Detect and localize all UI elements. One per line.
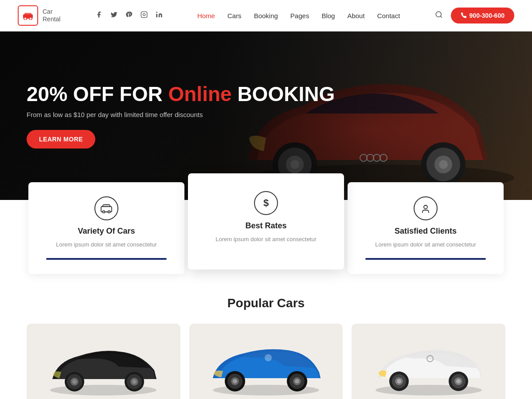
logo-icon <box>18 5 38 26</box>
social-links <box>95 11 163 20</box>
nav-pages[interactable]: Pages <box>290 12 309 20</box>
svg-point-49 <box>295 379 299 383</box>
svg-point-45 <box>233 379 237 383</box>
learn-more-button[interactable]: LEARN MORE <box>27 130 95 149</box>
nav-blog[interactable]: Blog <box>321 12 335 20</box>
svg-point-3 <box>29 17 32 20</box>
svg-point-2 <box>24 17 27 20</box>
car-card-2: $180/Day Mercedes Luxury Car 4 SEATS | A… <box>189 324 343 399</box>
variety-desc: Lorem ipsum dolor sit amet consectetur <box>46 240 167 249</box>
car-svg-3 <box>369 339 489 397</box>
car-card-3: $180/Day Mercedes Luxury Car 4 SEATS | A… <box>352 324 505 399</box>
clients-bar <box>365 258 486 260</box>
nav-cars[interactable]: Cars <box>227 12 242 20</box>
rates-desc: Lorem ipsum dolor sit amet consectetur <box>206 235 326 244</box>
header-right: 900-300-600 <box>435 8 514 23</box>
logo-line2: Rental <box>43 16 60 23</box>
popular-section: Popular Cars <box>0 274 532 399</box>
svg-line-8 <box>440 16 442 17</box>
variety-icon <box>94 196 118 220</box>
hero-content: 20% OFF FOR Online BOOKING From as low a… <box>0 83 361 149</box>
svg-point-7 <box>436 12 441 17</box>
svg-point-23 <box>103 211 105 213</box>
logo-line1: Car <box>43 8 60 16</box>
features-section: Variety Of Cars Lorem ipsum dolor sit am… <box>0 182 532 274</box>
svg-point-34 <box>132 379 137 384</box>
car-svg-2 <box>206 339 326 397</box>
hero-subtitle: From as low as $10 per day with limited … <box>27 111 335 118</box>
svg-point-30 <box>72 379 77 384</box>
clients-desc: Lorem ipsum dolor sit amet consectetur <box>365 240 486 249</box>
nav-contact[interactable]: Contact <box>377 12 400 20</box>
linkedin-link[interactable] <box>156 11 163 20</box>
clients-title: Satisfied Clients <box>365 227 486 236</box>
rates-title: Best Rates <box>206 221 326 231</box>
phone-number: 900-300-600 <box>469 12 505 19</box>
svg-rect-4 <box>141 12 147 17</box>
svg-point-61 <box>397 379 401 383</box>
feature-variety: Variety Of Cars Lorem ipsum dolor sit am… <box>28 182 184 274</box>
feature-rates: $ Best Rates Lorem ipsum dolor sit amet … <box>188 173 344 270</box>
nav-booking[interactable]: Booking <box>254 12 278 20</box>
search-icon[interactable] <box>435 11 443 21</box>
svg-point-50 <box>265 354 272 361</box>
car-image-3 <box>352 324 505 399</box>
car-card-1: $180/Day Mercedes Luxury Car 4 SEATS | A… <box>27 324 180 399</box>
logo[interactable]: Car Rental <box>18 5 60 26</box>
cars-grid: $180/Day Mercedes Luxury Car 4 SEATS | A… <box>27 324 505 399</box>
phone-button[interactable]: 900-300-600 <box>451 8 514 23</box>
twitter-link[interactable] <box>110 11 117 20</box>
svg-point-25 <box>424 205 427 209</box>
hero-title: 20% OFF FOR Online BOOKING <box>27 83 335 106</box>
pinterest-link[interactable] <box>125 11 133 20</box>
nav-about[interactable]: About <box>347 12 364 20</box>
svg-point-6 <box>156 12 157 13</box>
header: Car Rental Home Cars Booking Pages Blog … <box>0 0 532 31</box>
car-svg-1 <box>43 339 163 397</box>
clients-icon <box>414 196 438 220</box>
nav-home[interactable]: Home <box>197 12 215 20</box>
svg-point-65 <box>456 379 461 383</box>
car-image-2 <box>189 324 343 399</box>
popular-title: Popular Cars <box>27 296 505 310</box>
rates-icon: $ <box>254 191 278 215</box>
svg-point-24 <box>108 211 110 213</box>
variety-bar <box>46 258 167 260</box>
facebook-link[interactable] <box>95 11 102 20</box>
feature-clients: Satisfied Clients Lorem ipsum dolor sit … <box>348 182 504 274</box>
hero-highlight: Online <box>168 82 231 106</box>
instagram-link[interactable] <box>141 11 148 20</box>
svg-rect-1 <box>24 13 31 16</box>
car-image-1 <box>27 324 180 399</box>
main-nav: Home Cars Booking Pages Blog About Conta… <box>197 12 400 20</box>
variety-title: Variety Of Cars <box>46 227 167 236</box>
